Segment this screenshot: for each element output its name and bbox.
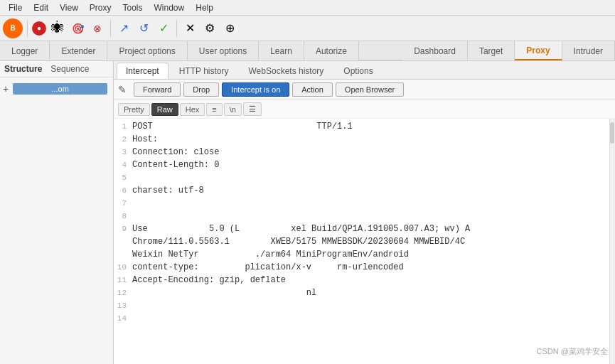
arrow-icon[interactable]: ↗ xyxy=(115,20,132,37)
main-layout: Structure Sequence + ...om Intercept HTT… xyxy=(0,61,615,364)
line-6: 6 charset: utf-8 xyxy=(114,186,615,198)
edit-pencil-icon[interactable]: ✎ xyxy=(118,84,127,95)
line-11: 11 Accept-Encoding: gzip, deflate xyxy=(114,275,615,288)
line-13: 13 xyxy=(114,301,615,314)
toolbar: B ● 🕷 🎯 ⊗ ↗ ↺ ✓ ✕ ⚙ ⊕ xyxy=(0,16,615,41)
line-2: 2 Host: xyxy=(114,134,615,147)
tab-logger[interactable]: Logger xyxy=(0,41,50,60)
menu-window[interactable]: Window xyxy=(149,1,191,14)
format-pretty-button[interactable]: Pretty xyxy=(118,103,150,116)
top-tab-bar: Logger Extender Project options User opt… xyxy=(0,41,615,61)
format-newline-button[interactable]: \n xyxy=(224,103,242,116)
tab-learn[interactable]: Learn xyxy=(259,41,304,60)
tab-proxy[interactable]: Proxy xyxy=(515,41,562,60)
request-content[interactable]: 1 POST TTP/1.1 2 Host: 3 Connection: clo… xyxy=(114,119,615,364)
open-browser-button[interactable]: Open Browser xyxy=(336,82,404,97)
content-area: Intercept HTTP history WebSockets histor… xyxy=(114,61,615,364)
line-9-cont: Chrome/111.0.5563.1 XWEB/5175 MMWEBSDK/2… xyxy=(114,237,615,250)
tab-extender[interactable]: Extender xyxy=(50,41,107,60)
sidebar-url-text: ...om xyxy=(17,85,103,93)
format-bar: Pretty Raw Hex ≡ \n ☰ xyxy=(114,100,615,119)
menu-file[interactable]: File xyxy=(3,1,28,14)
check-icon[interactable]: ✓ xyxy=(155,20,172,37)
tab-http-history[interactable]: HTTP history xyxy=(170,63,238,79)
format-menu-button[interactable]: ☰ xyxy=(243,102,262,116)
refresh-icon[interactable]: ↺ xyxy=(135,20,152,37)
menu-tools[interactable]: Tools xyxy=(117,1,149,14)
menu-help[interactable]: Help xyxy=(190,1,219,14)
menu-proxy[interactable]: Proxy xyxy=(84,1,117,14)
settings-icon[interactable]: ✕ xyxy=(181,20,198,37)
line-5: 5 xyxy=(114,173,615,186)
toolbar-sep-1 xyxy=(27,20,28,37)
line-14: 14 xyxy=(114,314,615,326)
tab-intruder[interactable]: Intruder xyxy=(562,41,615,60)
tab-target[interactable]: Target xyxy=(468,41,515,60)
menu-edit[interactable]: Edit xyxy=(28,1,54,14)
sidebar-header: Structure Sequence xyxy=(0,61,113,77)
scrollbar-track[interactable] xyxy=(609,119,615,364)
line-12: 12 nl xyxy=(114,288,615,301)
action-button[interactable]: Action xyxy=(292,82,333,97)
format-hex-button[interactable]: Hex xyxy=(180,103,205,116)
toolbar-sep-3 xyxy=(176,20,177,37)
spider-icon[interactable]: 🕷 xyxy=(49,20,66,37)
intercept-toolbar: ✎ Forward Drop Intercept is on Action Op… xyxy=(114,80,615,100)
tab-options[interactable]: Options xyxy=(334,63,382,79)
line-10: 10 content-type: plication/x-v rm-urlenc… xyxy=(114,262,615,275)
help-icon[interactable]: ⚙ xyxy=(201,20,218,37)
toolbar-sep-2 xyxy=(110,20,111,37)
drop-button[interactable]: Drop xyxy=(183,82,219,97)
sequence-label: Sequence xyxy=(50,64,89,74)
format-table-button[interactable]: ≡ xyxy=(206,103,222,116)
line-4: 4 Content-Length: 0 xyxy=(114,160,615,173)
scrollbar-thumb[interactable] xyxy=(610,122,614,144)
tab-autorize[interactable]: Autorize xyxy=(304,41,359,60)
line-8: 8 xyxy=(114,211,615,224)
sidebar: Structure Sequence + ...om xyxy=(0,61,114,364)
menu-bar: File Edit View Proxy Tools Window Help xyxy=(0,0,615,16)
intercept-toggle-button[interactable]: Intercept is on xyxy=(222,82,289,97)
structure-label: Structure xyxy=(4,64,42,74)
format-raw-button[interactable]: Raw xyxy=(151,103,178,116)
menu-view[interactable]: View xyxy=(54,1,84,14)
line-9: 9 Use 5.0 (L xel Build/QP1A.191005.007.A… xyxy=(114,224,615,237)
stop-icon[interactable]: ⊗ xyxy=(89,20,106,37)
tab-dashboard[interactable]: Dashboard xyxy=(402,41,468,60)
line-9-cont2: Weixin NetTyr ./arm64 MiniProgramEnv/and… xyxy=(114,250,615,262)
line-1: 1 POST TTP/1.1 xyxy=(114,122,615,134)
sidebar-url-bar[interactable]: ...om xyxy=(13,83,107,95)
line-7: 7 xyxy=(114,198,615,211)
burp-logo-icon: B xyxy=(3,18,23,38)
plugin-icon[interactable]: ⊕ xyxy=(221,20,238,37)
watermark: CSDN @菜鸡学安全 xyxy=(537,346,608,357)
sub-tab-bar: Intercept HTTP history WebSockets histor… xyxy=(114,61,615,80)
add-item-icon[interactable]: + xyxy=(3,83,9,95)
tab-project-options[interactable]: Project options xyxy=(107,41,187,60)
tab-user-options[interactable]: User options xyxy=(188,41,259,60)
tab-websockets-history[interactable]: WebSockets history xyxy=(240,63,333,79)
tab-intercept[interactable]: Intercept xyxy=(117,63,169,79)
new-scan-icon[interactable]: ● xyxy=(32,21,46,36)
forward-button[interactable]: Forward xyxy=(134,82,181,97)
line-3: 3 Connection: close xyxy=(114,147,615,160)
target-icon[interactable]: 🎯 xyxy=(69,20,86,37)
